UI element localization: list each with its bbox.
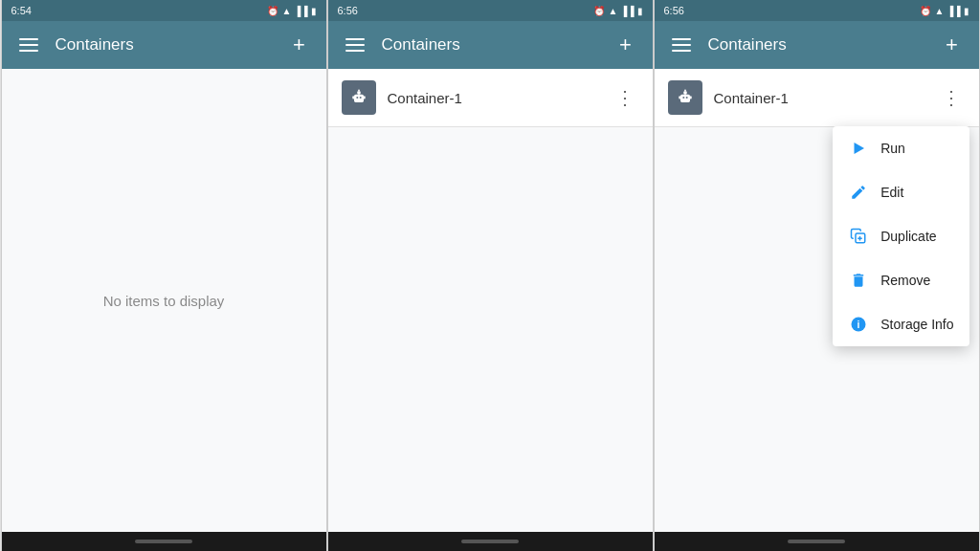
container-name-2: Container-1: [388, 90, 612, 106]
svg-rect-4: [358, 90, 360, 92]
status-bar-2: 6:56 ⏰ ▲ ▐▐ ▮: [328, 0, 653, 21]
content-area-1: No items to display: [2, 69, 326, 532]
battery-icon: ▮: [311, 6, 317, 16]
signal-icon: ▐▐: [294, 6, 307, 16]
status-bar-3: 6:56 ⏰ ▲ ▐▐ ▮: [655, 0, 979, 21]
container-icon-2: [342, 80, 376, 115]
svg-rect-2: [359, 97, 361, 99]
phone-screen-2: 6:56 ⏰ ▲ ▐▐ ▮ Containers +: [327, 0, 654, 551]
svg-rect-7: [680, 95, 690, 102]
context-menu-edit[interactable]: Edit: [833, 170, 969, 214]
svg-text:i: i: [858, 319, 860, 330]
plus-icon-2: +: [619, 33, 632, 57]
status-icons-1: ⏰ ▲ ▐▐ ▮: [267, 6, 316, 16]
bottom-bar-3: [655, 532, 979, 551]
svg-rect-6: [364, 96, 366, 99]
trash-icon: [848, 270, 869, 291]
three-dots-button-3[interactable]: ⋮: [938, 84, 966, 111]
edit-label: Edit: [880, 185, 903, 200]
svg-rect-0: [354, 95, 364, 102]
app-bar-title-2: Containers: [382, 35, 612, 55]
hamburger-menu-button-3[interactable]: [668, 32, 695, 58]
app-bar-1: Containers +: [2, 21, 326, 69]
container-name-3: Container-1: [714, 90, 938, 106]
svg-marker-14: [855, 143, 865, 154]
list-item-2[interactable]: Container-1 ⋮: [328, 69, 653, 127]
time-3: 6:56: [664, 5, 684, 16]
hamburger-menu-button-2[interactable]: [342, 32, 368, 58]
app-bar-2: Containers +: [328, 21, 653, 69]
hamburger-menu-button-1[interactable]: [15, 32, 42, 58]
signal-icon-3: ▐▐: [947, 6, 960, 16]
context-menu: Run Edit Du: [833, 126, 969, 346]
hamburger-icon-3: [672, 38, 691, 52]
empty-message: No items to display: [103, 293, 225, 309]
battery-icon-2: ▮: [637, 6, 643, 16]
duplicate-icon: [848, 226, 869, 247]
edit-icon: [848, 182, 869, 203]
app-bar-title-3: Containers: [708, 35, 939, 55]
svg-rect-12: [679, 96, 680, 99]
plus-icon-3: +: [946, 33, 958, 57]
nav-indicator-3: [788, 540, 845, 543]
wifi-icon: ▲: [281, 6, 291, 16]
duplicate-label: Duplicate: [880, 229, 936, 244]
status-bar-1: 6:54 ⏰ ▲ ▐▐ ▮: [2, 0, 326, 21]
nav-indicator-1: [135, 540, 192, 543]
run-label: Run: [880, 141, 905, 156]
svg-rect-8: [682, 97, 684, 99]
app-bar-title-1: Containers: [56, 35, 286, 55]
time-1: 6:54: [11, 5, 32, 16]
remove-label: Remove: [880, 273, 930, 288]
hamburger-icon-2: [345, 38, 365, 52]
signal-icon-2: ▐▐: [620, 6, 634, 16]
svg-rect-3: [357, 91, 360, 94]
info-icon: i: [848, 314, 869, 335]
wifi-icon-2: ▲: [608, 6, 617, 16]
nav-indicator-2: [461, 540, 519, 543]
three-dots-button-2[interactable]: ⋮: [612, 84, 639, 111]
status-icons-2: ⏰ ▲ ▐▐ ▮: [593, 6, 642, 16]
wifi-icon-3: ▲: [934, 6, 944, 16]
list-item-3[interactable]: Container-1 ⋮: [655, 69, 979, 127]
svg-rect-11: [684, 90, 686, 92]
alarm-icon-3: ⏰: [920, 6, 931, 16]
app-bar-3: Containers +: [655, 21, 979, 69]
storage-info-label: Storage Info: [880, 317, 953, 332]
content-area-3: Container-1 ⋮ Run Edit: [655, 69, 979, 532]
plus-icon-1: +: [293, 33, 305, 57]
battery-icon-3: ▮: [964, 6, 969, 16]
bottom-bar-1: [2, 532, 326, 551]
svg-rect-10: [683, 91, 686, 94]
hamburger-icon-1: [19, 38, 38, 52]
add-button-1[interactable]: +: [286, 32, 313, 58]
context-menu-run[interactable]: Run: [833, 126, 969, 170]
status-icons-3: ⏰ ▲ ▐▐ ▮: [920, 6, 969, 16]
container-icon-3: [668, 80, 702, 115]
robot-icon-2: [349, 88, 368, 107]
context-menu-storage-info[interactable]: i Storage Info: [833, 302, 969, 346]
alarm-icon: ⏰: [267, 6, 278, 16]
time-2: 6:56: [338, 5, 358, 16]
robot-icon-3: [676, 88, 695, 107]
phone-screen-1: 6:54 ⏰ ▲ ▐▐ ▮ Containers + No items to d…: [1, 0, 327, 551]
add-button-2[interactable]: +: [612, 32, 639, 58]
alarm-icon-2: ⏰: [593, 6, 605, 16]
add-button-3[interactable]: +: [939, 32, 966, 58]
svg-rect-13: [690, 96, 692, 99]
svg-rect-5: [352, 96, 354, 99]
svg-rect-9: [685, 97, 687, 99]
empty-state: No items to display: [2, 69, 326, 532]
context-menu-duplicate[interactable]: Duplicate: [833, 214, 969, 258]
svg-rect-1: [356, 97, 358, 99]
phone-screen-3: 6:56 ⏰ ▲ ▐▐ ▮ Containers +: [654, 0, 980, 551]
context-menu-remove[interactable]: Remove: [833, 258, 969, 302]
bottom-bar-2: [328, 532, 653, 551]
run-icon: [848, 138, 869, 159]
content-area-2: Container-1 ⋮: [328, 69, 653, 532]
